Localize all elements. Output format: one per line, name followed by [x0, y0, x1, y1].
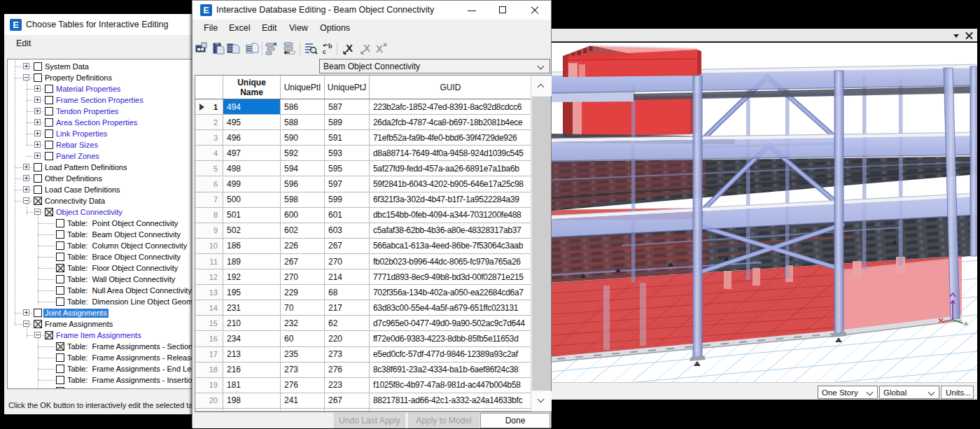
story-selector[interactable]: One Story: [818, 386, 878, 399]
cell[interactable]: 587: [325, 99, 370, 115]
checkbox-unchecked-icon[interactable]: [56, 230, 64, 239]
tree-item-table-frame-assignments-releases[interactable]: Table: Frame Assignments - Releases: [8, 352, 206, 363]
checkbox-unchecked-icon[interactable]: [34, 62, 42, 71]
cell[interactable]: 276: [281, 378, 325, 393]
tree-item-table-point-object-connectivity[interactable]: Table: Point Object Connectivity: [8, 218, 206, 229]
tree-item-other-definitions[interactable]: Other Definitions: [8, 173, 206, 184]
cell[interactable]: 216: [223, 363, 281, 378]
cell[interactable]: 603: [325, 223, 370, 239]
undo-last-apply-button[interactable]: Undo Last Apply: [334, 413, 405, 428]
cell[interactable]: 68: [325, 285, 370, 300]
clear-all-icon[interactable]: X: [374, 42, 388, 55]
cell[interactable]: 566abca1-613a-4eed-86be-7f53064c3aab: [370, 239, 532, 254]
tree-item-table-frame-assignments-end-length[interactable]: Table: Frame Assignments - End Length: [8, 363, 206, 374]
coord-system-selector[interactable]: Global: [879, 386, 939, 399]
tree-item-table-frame-assignments-section-prop[interactable]: Table: Frame Assignments - Section Prop: [8, 341, 206, 352]
cell[interactable]: 214: [325, 269, 370, 285]
cell[interactable]: ff72e0d6-9383-4223-8dbb-85fb5e11653d: [370, 332, 532, 347]
close-button[interactable]: [524, 1, 545, 20]
cell[interactable]: 589: [325, 115, 370, 130]
checkbox-unchecked-icon[interactable]: [45, 129, 53, 138]
tree-collapse-icon[interactable]: [34, 209, 41, 215]
cell[interactable]: 213: [223, 347, 281, 363]
tree-item-frame-assignments[interactable]: Frame Assignments: [8, 318, 206, 330]
cell[interactable]: 270: [281, 269, 325, 285]
tree-collapse-icon[interactable]: [23, 197, 29, 204]
tree-item-table-dimension-line-object-geometry[interactable]: Table: Dimension Line Object Geometry: [8, 296, 206, 307]
cell[interactable]: e5ed0cfc-57df-477d-9846-12389a93c2af: [370, 347, 532, 363]
clear-cell-icon[interactable]: X: [342, 42, 356, 55]
done-button[interactable]: Done: [480, 413, 550, 428]
form-view-icon[interactable]: [195, 42, 209, 55]
tree-collapse-icon[interactable]: [23, 74, 29, 80]
table-scrollbar[interactable]: [531, 76, 551, 412]
scroll-up-icon[interactable]: [531, 76, 552, 96]
cell[interactable]: 592: [281, 146, 325, 161]
checkbox-unchecked-icon[interactable]: [34, 73, 42, 82]
cell[interactable]: 71efb52a-fa9b-4fe0-bbd6-39f4729de926: [370, 130, 532, 146]
cell[interactable]: 6f321f3a-302d-4b47-b1f7-1a9522284a39: [370, 192, 532, 208]
cell[interactable]: 267: [281, 254, 325, 269]
cell[interactable]: 223b2afc-1852-47ed-8391-8ac92d8cdcc6: [370, 99, 532, 115]
tree-expand-icon[interactable]: [34, 141, 41, 148]
apply-to-model-button[interactable]: Apply to Model: [408, 413, 479, 428]
checkbox-checked-icon[interactable]: [45, 208, 53, 216]
checkbox-unchecked-icon[interactable]: [56, 219, 64, 227]
tree-item-panel-zones[interactable]: Panel Zones: [8, 150, 206, 162]
checkbox-unchecked-icon[interactable]: [45, 152, 53, 160]
cell[interactable]: 5af27fd9-fedd-457a-aa26-6891e7a1ba6b: [370, 161, 532, 176]
paste-table-icon[interactable]: [227, 42, 240, 55]
cell[interactable]: 181: [223, 378, 281, 393]
cell[interactable]: 497: [223, 146, 281, 161]
checkbox-checked-icon[interactable]: [56, 387, 64, 389]
tree-item-frame-item-assignments[interactable]: Frame Item Assignments: [8, 330, 206, 341]
cell[interactable]: d7c965e0-0477-49d0-9a90-502ac9c7d644: [370, 316, 532, 331]
tree-item-table-floor-object-connectivity[interactable]: Table: Floor Object Connectivity: [8, 262, 206, 274]
cell[interactable]: 496: [223, 130, 281, 146]
cell[interactable]: 595: [325, 161, 370, 176]
checkbox-unchecked-icon[interactable]: [45, 107, 53, 115]
cell[interactable]: c5afaf38-62bb-4b36-a80e-48328317ab37: [370, 223, 532, 239]
close-icon[interactable]: [965, 31, 974, 40]
cell[interactable]: 223: [325, 378, 370, 393]
tree-expand-icon[interactable]: [23, 175, 29, 181]
cell[interactable]: 195: [223, 285, 281, 300]
copy-table-icon[interactable]: [246, 42, 259, 55]
tree-collapse-icon[interactable]: [23, 321, 29, 327]
cell[interactable]: 192: [223, 269, 281, 285]
cell[interactable]: 270: [325, 254, 370, 269]
tree-item-load-case-definitions[interactable]: Load Case Definitions: [8, 184, 206, 195]
cell[interactable]: 267: [325, 393, 370, 409]
checkbox-unchecked-icon[interactable]: [45, 141, 53, 149]
cell[interactable]: 198: [223, 393, 281, 409]
tree-item-system-data[interactable]: System Data: [8, 61, 206, 72]
checkbox-checked-icon[interactable]: [45, 331, 53, 339]
checkbox-unchecked-icon[interactable]: [56, 376, 64, 384]
cell[interactable]: 267: [325, 239, 370, 254]
checkbox-unchecked-icon[interactable]: [56, 286, 64, 295]
tree-item-table-null-area-object-connectivity[interactable]: Table: Null Area Object Connectivity: [8, 285, 206, 296]
paste-icon[interactable]: [212, 42, 225, 55]
cell[interactable]: 591: [325, 130, 370, 146]
checkbox-checked-icon[interactable]: [34, 320, 42, 328]
cell[interactable]: 702f356a-134b-402a-a050-ea22684cd6a7: [370, 285, 532, 300]
tree-expand-icon[interactable]: [34, 130, 41, 136]
cell[interactable]: 59f2841b-6043-4202-b905-646e17a25c98: [370, 177, 532, 192]
column-header-uniqueptj[interactable]: UniquePtJ: [325, 76, 370, 99]
cell[interactable]: 217: [325, 300, 370, 316]
tree-item-table-frame-assignments-insertion[interactable]: Table: Frame Assignments - Insertion: [8, 374, 206, 386]
tree-item-frame-section-properties[interactable]: Frame Section Properties: [8, 94, 206, 106]
cell[interactable]: 232: [281, 316, 325, 331]
cell[interactable]: 596: [281, 177, 325, 192]
cell[interactable]: 499: [223, 177, 281, 192]
column-header-guid[interactable]: GUID: [370, 76, 532, 99]
menu-excel[interactable]: Excel: [229, 23, 251, 33]
tree-collapse-icon[interactable]: [34, 332, 41, 338]
cell[interactable]: 210: [223, 316, 281, 331]
table-selector-dropdown[interactable]: Beam Object Connectivity: [319, 59, 550, 73]
cell[interactable]: 8c38f691-23a2-4334-ba1b-6aef86f24c38: [370, 363, 532, 378]
checkbox-unchecked-icon[interactable]: [56, 241, 64, 250]
cell[interactable]: 598: [281, 192, 325, 208]
checkbox-unchecked-icon[interactable]: [34, 163, 42, 171]
checkbox-unchecked-icon[interactable]: [45, 85, 53, 93]
